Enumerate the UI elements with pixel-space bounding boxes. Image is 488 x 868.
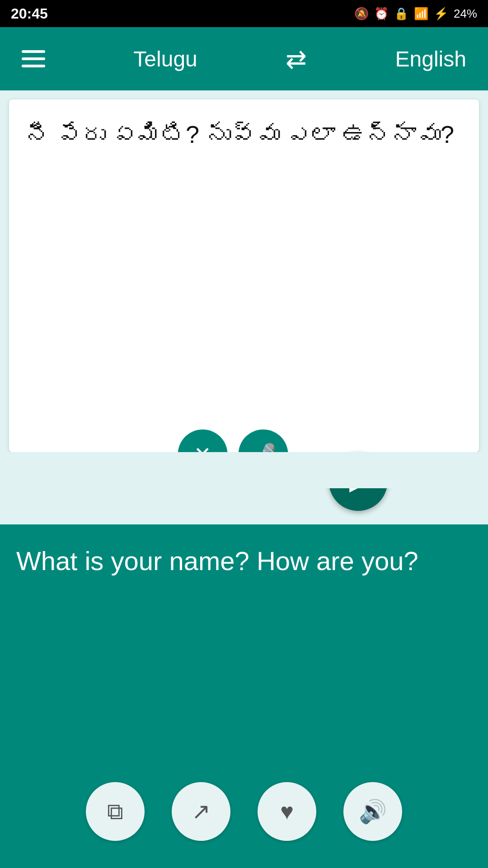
status-icons: 🔕 ⏰ 🔒 📶 ⚡ 24% [354,7,477,21]
translation-panel: What is your name? How are you? ⧉ ↗ ♥ 🔊 [0,524,488,868]
charging-icon: ⚡ [434,7,448,21]
translated-text: What is your name? How are you? [16,542,472,579]
speaker-icon: 🔊 [359,798,387,825]
source-language-selector[interactable]: Telugu [133,47,197,71]
bottom-actions: ⧉ ↗ ♥ 🔊 [0,782,488,841]
hamburger-line [22,50,45,53]
speaker-button[interactable]: 🔊 [343,782,402,841]
status-time: 20:45 [11,5,48,22]
copy-button[interactable]: ⧉ [86,782,145,841]
swap-languages-button[interactable]: ⇄ [286,44,307,74]
hamburger-line [22,57,45,60]
alarm-icon: ⏰ [374,7,389,21]
source-text[interactable]: నీ పేరు ఏమిటి? నువ్వు ఎలా ఉన్నావు? [9,99,479,152]
share-icon: ↗ [192,798,211,825]
target-language-selector[interactable]: English [395,47,466,71]
main-content: నీ పేరు ఏమిటి? నువ్వు ఎలా ఉన్నావు? ✕ 🎤 ▶… [0,90,488,868]
status-bar: 20:45 🔕 ⏰ 🔒 📶 ⚡ 24% [0,0,488,27]
notification-icon: 🔕 [354,7,369,21]
signal-icon: 📶 [414,7,428,21]
heart-icon: ♥ [280,798,294,825]
battery-level: 24% [454,7,477,21]
favorite-button[interactable]: ♥ [258,782,316,841]
source-panel: నీ పేరు ఏమిటి? నువ్వు ఎలా ఉన్నావు? ✕ 🎤 ▶ [9,99,479,452]
gap-separator [0,452,488,488]
menu-button[interactable] [22,50,45,67]
copy-icon: ⧉ [107,798,123,825]
app-bar: Telugu ⇄ English [0,27,488,90]
hamburger-line [22,65,45,67]
share-button[interactable]: ↗ [172,782,230,841]
lock-icon: 🔒 [394,7,408,21]
